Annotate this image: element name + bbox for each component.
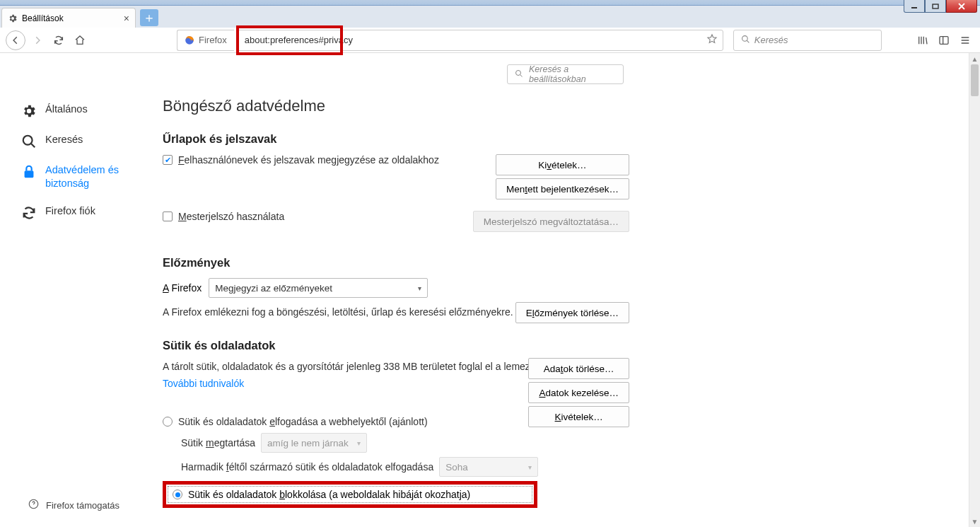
radio-checked-icon [173, 490, 182, 499]
preferences-sidebar: Általános Keresés Adatvédelem és biztons… [0, 53, 156, 527]
clear-data-button[interactable]: Adatok törlése… [528, 358, 629, 379]
scroll-up-icon[interactable]: ▲ [969, 53, 980, 64]
sidebar-item-label: Adatvédelem és biztonság [45, 163, 156, 190]
radio-unchecked-icon [163, 417, 173, 427]
window-buttons [904, 0, 977, 13]
saved-logins-button[interactable]: Mentett bejelentkezések… [496, 178, 629, 199]
svg-line-6 [747, 40, 749, 42]
support-label: Firefox támogatás [46, 500, 119, 511]
page-title: Böngésző adatvédelme [163, 97, 629, 115]
sync-icon [21, 205, 37, 221]
window-minimize-button[interactable] [904, 0, 925, 13]
checkbox-unchecked-icon [163, 212, 173, 221]
third-party-select: Soha ▾ [439, 457, 538, 477]
chevron-down-icon: ▾ [418, 284, 421, 292]
window-close-button[interactable] [946, 0, 977, 13]
tab-label: Beállítások [22, 13, 119, 23]
sidebar-item-general[interactable]: Általános [21, 95, 156, 126]
tab-strip: Beállítások × ＋ [0, 6, 980, 28]
search-icon [21, 134, 37, 149]
manage-data-button[interactable]: Adatok kezelése… [528, 382, 629, 403]
page-scrollbar[interactable]: ▲ ▼ [969, 53, 980, 527]
scrollbar-thumb[interactable] [971, 64, 979, 96]
tab-preferences[interactable]: Beállítások × [1, 8, 136, 28]
section-heading-forms: Űrlapok és jelszavak [163, 132, 629, 146]
clear-history-button[interactable]: Előzmények törlése… [515, 302, 629, 323]
svg-point-5 [742, 35, 747, 41]
svg-line-14 [520, 74, 523, 76]
firefox-icon [185, 35, 194, 45]
support-link[interactable]: Firefox támogatás [28, 499, 119, 511]
help-icon [28, 499, 39, 511]
nav-toolbar: Firefox about:preferences#privacy Keresé… [0, 28, 980, 53]
search-icon [515, 69, 523, 80]
identity-box[interactable]: Firefox [177, 30, 234, 51]
cookies-learn-more-link[interactable]: További tudnivalók [163, 378, 244, 389]
svg-point-13 [516, 70, 521, 75]
svg-line-10 [31, 144, 35, 147]
sidebar-item-label: Általános [45, 103, 88, 116]
keep-cookies-select: amíg le nem járnak ▾ [261, 433, 367, 453]
gear-icon [21, 103, 37, 119]
annotation-highlight-block-cookies: Sütik és oldaladatok blokkolása (a webol… [163, 481, 537, 508]
url-text: about:preferences#privacy [245, 35, 353, 45]
tab-close-icon[interactable]: × [124, 13, 129, 24]
url-bar[interactable]: about:preferences#privacy [237, 30, 723, 51]
accept-cookies-label: Sütik és oldaladatok elfogadása a webhel… [178, 416, 428, 427]
sidebar-item-search[interactable]: Keresés [21, 126, 156, 156]
history-mode-select[interactable]: Megjegyzi az előzményeket ▾ [209, 278, 428, 298]
svg-rect-1 [933, 4, 938, 8]
history-mode-value: Megjegyzi az előzményeket [215, 283, 332, 294]
sidebar-item-label: Keresés [45, 133, 83, 146]
cookies-exceptions-button[interactable]: Kivételek… [528, 406, 629, 427]
search-placeholder: Keresés [754, 35, 788, 45]
content-area: Általános Keresés Adatvédelem és biztons… [0, 53, 980, 527]
section-heading-cookies: Sütik és oldaladatok [163, 339, 629, 352]
search-bar[interactable]: Keresés [733, 30, 882, 51]
svg-point-9 [23, 136, 33, 145]
window-titlebar [0, 0, 980, 6]
sidebar-toggle-button[interactable] [935, 31, 953, 50]
reload-button[interactable] [49, 31, 68, 50]
search-icon [741, 35, 750, 46]
chevron-down-icon: ▾ [357, 439, 361, 447]
master-password-label: Mesterjelszó használata [178, 211, 284, 222]
block-cookies-radio-row[interactable]: Sütik és oldaladatok blokkolása (a webol… [168, 486, 532, 503]
bookmark-star-icon[interactable] [706, 33, 718, 47]
checkbox-checked-icon: ✔ [163, 155, 173, 165]
scroll-down-icon[interactable]: ▼ [969, 516, 980, 527]
remember-logins-label: Felhasználónevek és jelszavak megjegyzés… [178, 154, 439, 166]
third-party-value: Soha [445, 462, 468, 473]
sidebar-item-label: Firefox fiók [45, 204, 95, 218]
app-menu-button[interactable] [956, 31, 974, 50]
lock-icon [21, 164, 37, 180]
chevron-down-icon: ▾ [528, 463, 532, 471]
identity-label: Firefox [199, 35, 227, 45]
sidebar-item-sync[interactable]: Firefox fiók [21, 197, 156, 228]
sidebar-item-privacy[interactable]: Adatvédelem és biztonság [21, 156, 156, 197]
settings-search-placeholder: Keresés a beállításokban [529, 64, 616, 84]
passwords-exceptions-button[interactable]: Kivételek… [496, 154, 629, 175]
svg-rect-11 [25, 170, 34, 178]
block-cookies-label: Sütik és oldaladatok blokkolása (a webol… [188, 489, 470, 500]
third-party-label: Harmadik féltől származó sütik és oldala… [181, 461, 433, 473]
library-button[interactable] [914, 31, 932, 50]
settings-search-input[interactable]: Keresés a beállításokban [507, 64, 624, 84]
svg-rect-7 [940, 36, 948, 44]
home-button[interactable] [71, 31, 89, 50]
history-prefix: A Firefox [163, 282, 202, 294]
keep-cookies-label: Sütik megtartása [181, 437, 255, 448]
section-heading-history: Előzmények [163, 256, 629, 270]
back-button[interactable] [6, 30, 25, 50]
new-tab-button[interactable]: ＋ [140, 9, 158, 26]
gear-icon [8, 13, 18, 23]
window-maximize-button[interactable] [925, 0, 946, 13]
change-master-password-button: Mesterjelszó megváltoztatása… [473, 211, 629, 232]
keep-cookies-value: amíg le nem járnak [267, 438, 349, 448]
forward-button[interactable] [28, 31, 47, 50]
preferences-main: Keresés a beállításokban Böngésző adatvé… [156, 53, 980, 527]
